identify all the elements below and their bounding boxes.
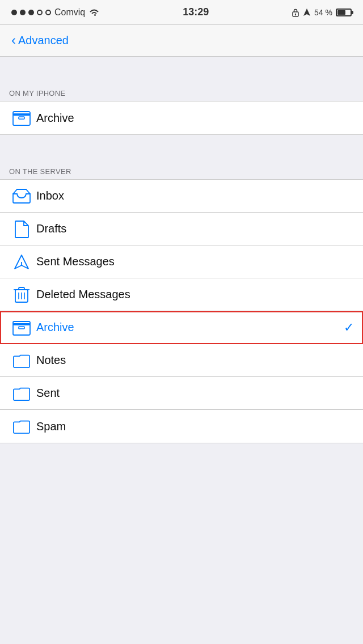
list-item-deleted-messages[interactable]: Deleted Messages (0, 278, 363, 311)
lock-icon (292, 8, 299, 17)
status-left: Comviq (11, 7, 100, 18)
archive-server-icon (9, 320, 34, 336)
trash-icon (9, 286, 34, 304)
battery-percent: 54 % (314, 8, 332, 17)
inbox-label: Inbox (34, 189, 354, 202)
archive-icon (9, 110, 34, 126)
sent-folder-icon (9, 385, 34, 401)
svg-rect-14 (13, 324, 30, 335)
archive-local-label: Archive (34, 112, 354, 125)
dot-4 (37, 10, 43, 15)
spam-label: Spam (34, 420, 354, 433)
list-item-drafts[interactable]: Drafts (0, 213, 363, 245)
back-button[interactable]: ‹ Advanced (9, 32, 71, 49)
carrier-name: Comviq (54, 7, 85, 18)
sent-icon (9, 253, 34, 270)
wifi-icon (88, 8, 100, 17)
svg-marker-3 (303, 9, 310, 16)
notes-folder-icon (9, 353, 34, 368)
signal-dots (11, 10, 51, 15)
list-item-sent-messages[interactable]: Sent Messages (0, 245, 363, 278)
inbox-icon (9, 188, 34, 204)
svg-rect-15 (13, 321, 30, 325)
list-item-archive-local[interactable]: Archive (0, 101, 363, 134)
sent-messages-label: Sent Messages (34, 255, 354, 268)
dot-2 (20, 10, 26, 15)
svg-rect-6 (19, 117, 24, 119)
svg-point-1 (295, 13, 296, 14)
status-time: 13:29 (183, 6, 209, 18)
on-the-server-list: Inbox Drafts Sent Messages (0, 179, 363, 443)
svg-rect-5 (13, 112, 30, 115)
drafts-label: Drafts (34, 222, 354, 235)
on-my-iphone-list: Archive (0, 101, 363, 135)
sent-label: Sent (34, 387, 354, 400)
archive-server-label: Archive (34, 321, 344, 334)
list-item-spam[interactable]: Spam (0, 410, 363, 443)
nav-bar: ‹ Advanced (0, 25, 363, 57)
status-bar: Comviq 13:29 54 % (0, 0, 363, 25)
section-header-on-my-iphone: ON MY IPHONE (0, 73, 363, 101)
chevron-left-icon: ‹ (11, 33, 16, 47)
list-item-archive-server[interactable]: Archive ✓ (0, 311, 363, 344)
notes-label: Notes (34, 354, 354, 367)
list-item-sent[interactable]: Sent (0, 377, 363, 410)
drafts-icon (9, 220, 34, 238)
dot-1 (11, 10, 17, 15)
checkmark-icon: ✓ (344, 320, 354, 335)
dot-5 (45, 10, 51, 15)
status-right: 54 % (292, 8, 352, 17)
battery-icon (336, 9, 352, 16)
location-icon (303, 8, 311, 17)
section-header-on-server: ON THE SERVER (0, 151, 363, 179)
deleted-messages-label: Deleted Messages (34, 288, 354, 301)
spacer-1 (0, 57, 363, 73)
spam-folder-icon (9, 418, 34, 434)
svg-rect-16 (19, 327, 24, 329)
dot-3 (28, 10, 34, 15)
svg-rect-4 (13, 114, 30, 125)
spacer-2 (0, 135, 363, 151)
list-item-notes[interactable]: Notes (0, 344, 363, 377)
list-item-inbox[interactable]: Inbox (0, 180, 363, 213)
back-label: Advanced (18, 34, 69, 47)
